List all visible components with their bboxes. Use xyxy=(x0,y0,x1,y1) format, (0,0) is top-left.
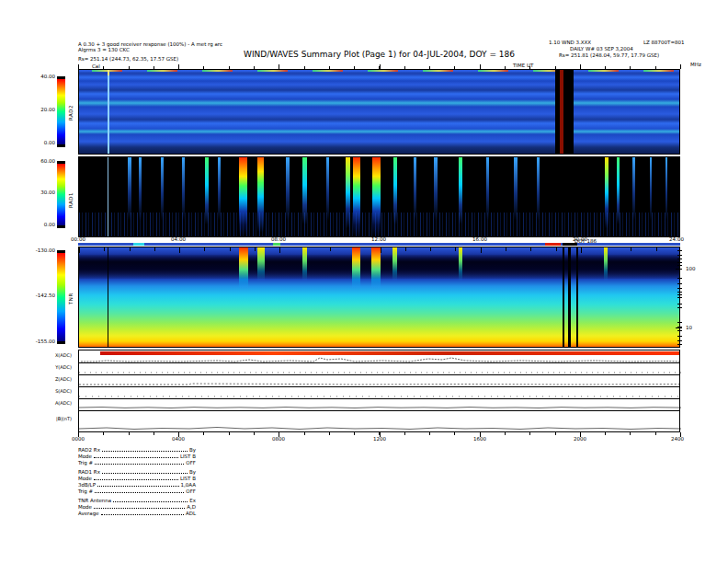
status-key: Trig # xyxy=(78,488,93,494)
strip-label-x: X(ADC) xyxy=(24,352,72,358)
bottom-tick-1200: 1200 xyxy=(366,436,393,442)
dotted-leader xyxy=(102,473,188,474)
tnr-burst-streak xyxy=(257,247,265,281)
tnr-spectrogram xyxy=(78,247,680,348)
status-value: ADL xyxy=(186,511,196,516)
status-row: ModeA,D xyxy=(78,504,196,510)
housekeeping-strips xyxy=(78,350,680,432)
status-row: AverageADL xyxy=(78,511,196,516)
status-row: ModeLIST B xyxy=(78,476,196,481)
strip-cyan-segment xyxy=(133,243,144,246)
radio-burst-streak xyxy=(393,157,397,236)
status-row: ModeLIST B xyxy=(78,454,196,459)
tnr-data-gap xyxy=(576,247,578,347)
status-row: RAD1 RxBy xyxy=(78,469,196,475)
status-value: OFF xyxy=(186,488,196,494)
tnr-data-gap xyxy=(563,247,564,347)
strip-label-a: A(ADC) xyxy=(24,400,72,406)
radio-burst-streak xyxy=(161,157,164,236)
header-lz: LZ 88700T=801 xyxy=(643,40,685,45)
tnr-axis-label: TNR xyxy=(68,279,76,319)
tnr-burst-streak xyxy=(604,247,608,281)
dotted-leader xyxy=(94,457,178,458)
rad2-cbar-max: 40.00 xyxy=(26,74,55,79)
status-key: Trig # xyxy=(78,460,93,465)
rad1-axis-label: RAD1 xyxy=(68,179,76,220)
rad2-top-speckle xyxy=(79,70,679,72)
radio-burst-streak xyxy=(486,157,489,236)
header-version: 1.10 WND 3.XXX xyxy=(549,40,591,45)
dotted-leader xyxy=(95,492,184,493)
status-row: Trig #OFF xyxy=(78,460,196,465)
dotted-leader xyxy=(113,501,188,502)
rad1-cal-line xyxy=(108,157,109,236)
strip-traces xyxy=(79,350,681,433)
bottom-tick-0000: 0000 xyxy=(64,436,92,442)
status-value: 1,0AA xyxy=(181,482,196,488)
radio-burst-streak xyxy=(346,157,350,236)
axis-color-strip xyxy=(78,243,680,246)
radio-burst-streak xyxy=(182,157,185,236)
time-tick-1600: 16:00 xyxy=(461,236,498,242)
tnr-right-tick-10 xyxy=(676,327,682,328)
rad2-data-gap xyxy=(555,70,574,154)
status-value: LIST B xyxy=(180,476,196,481)
bottom-tick-2000: 2000 xyxy=(566,436,594,442)
bottom-minor-ticks xyxy=(78,432,681,435)
radio-burst-streak xyxy=(239,157,247,236)
status-value: OFF xyxy=(186,460,196,465)
frequency-unit-label: MHz xyxy=(690,62,701,67)
rad1-cbar-mid: 30.00 xyxy=(26,190,55,195)
radio-burst-streak xyxy=(128,157,131,236)
status-value: A,D xyxy=(187,504,196,510)
time-tick-0400: 04:00 xyxy=(160,236,197,242)
rad2-spectrogram xyxy=(78,69,680,155)
strip-green-segment xyxy=(273,243,280,246)
strip-label-z: Z(ADC) xyxy=(24,376,72,382)
radio-burst-streak xyxy=(617,157,620,236)
status-key: Mode xyxy=(78,504,92,510)
radio-burst-streak xyxy=(650,157,652,236)
radio-burst-streak xyxy=(459,157,462,236)
rad2-axis-label: RAD2 xyxy=(68,92,76,132)
page-title: WIND/WAVES Summary Plot (Page 1) for 04-… xyxy=(78,50,680,59)
time-tick-2400: 24:00 xyxy=(658,236,695,242)
dotted-leader xyxy=(97,486,179,487)
rad2-cbar-min: 0.00 xyxy=(26,140,55,145)
rad1-cbar-min: 0.00 xyxy=(26,222,55,227)
tnr-cbar-mid: -142.50 xyxy=(26,293,55,298)
status-row: TNR AntennaEx xyxy=(78,498,196,503)
rad1-colorbar xyxy=(57,161,65,228)
rad2-cal-line xyxy=(108,70,109,154)
status-key: 3dB/LP xyxy=(78,482,96,488)
tnr-freq-10: 10 xyxy=(686,325,692,330)
dotted-leader xyxy=(94,479,178,480)
tnr-burst-streak xyxy=(371,247,381,288)
bottom-tick-2400: 2400 xyxy=(664,436,691,442)
tnr-right-minor-ticks xyxy=(677,250,682,251)
strip-label-s: S(ADC) xyxy=(24,388,72,394)
tnr-cal-line xyxy=(108,247,109,347)
time-tick-0000: 00:00 xyxy=(60,236,97,242)
tnr-burst-streak xyxy=(352,247,360,288)
tnr-burst-streak xyxy=(302,247,307,281)
waves-summary-plot: A 0.30 + 3 good receiver response (100%)… xyxy=(0,0,728,563)
status-value: LIST B xyxy=(180,454,196,459)
tnr-right-tick-100 xyxy=(676,269,682,270)
status-row: Trig #OFF xyxy=(78,488,196,494)
dotted-leader xyxy=(102,451,188,452)
rad2-cbar-mid: 20.00 xyxy=(26,107,55,112)
radio-burst-streak xyxy=(514,157,518,236)
status-row: 3dB/LP1,0AA xyxy=(78,482,196,488)
radio-burst-streak xyxy=(632,157,635,236)
tnr-burst-streak xyxy=(459,247,462,281)
time-tick-1200: 12:00 xyxy=(360,236,397,242)
radio-burst-streak xyxy=(665,157,667,236)
radio-burst-streak xyxy=(302,157,307,236)
tnr-cbar-max: -130.00 xyxy=(26,247,55,253)
radio-burst-streak xyxy=(218,157,221,236)
radio-burst-streak xyxy=(286,157,290,236)
tnr-burst-streak xyxy=(239,247,248,288)
rad1-cbar-max: 60.00 xyxy=(26,158,55,164)
strip-label-b: |B|(nT) xyxy=(24,416,72,421)
